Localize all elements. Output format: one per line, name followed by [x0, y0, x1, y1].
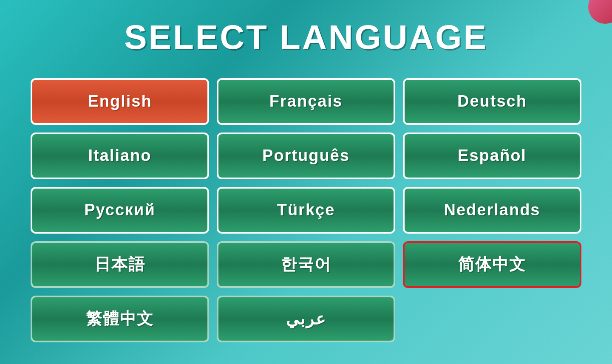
page-title: SELECT LANGUAGE	[124, 18, 488, 57]
language-button-italiano[interactable]: Italiano	[31, 133, 209, 179]
language-button-english[interactable]: English	[31, 78, 209, 125]
corner-decoration	[588, 0, 612, 24]
language-button-nederlands[interactable]: Nederlands	[403, 187, 581, 234]
language-button-espanol[interactable]: Español	[403, 133, 581, 179]
language-button-traditional-cn[interactable]: 繁體中文	[31, 296, 209, 342]
language-button-portugues[interactable]: Português	[217, 133, 395, 179]
language-button-arabic[interactable]: عربي	[217, 296, 395, 342]
language-button-turkish[interactable]: Türkçe	[217, 187, 395, 234]
language-button-korean[interactable]: 한국어	[217, 241, 395, 288]
language-button-francais[interactable]: Français	[217, 78, 395, 125]
language-grid: EnglishFrançaisDeutschItalianoPortuguêsE…	[26, 74, 586, 347]
language-button-japanese[interactable]: 日本語	[31, 241, 209, 288]
language-button-deutsch[interactable]: Deutsch	[403, 78, 581, 125]
language-button-simplified-cn[interactable]: 简体中文	[403, 241, 581, 288]
language-button-russian[interactable]: Русский	[31, 187, 209, 234]
